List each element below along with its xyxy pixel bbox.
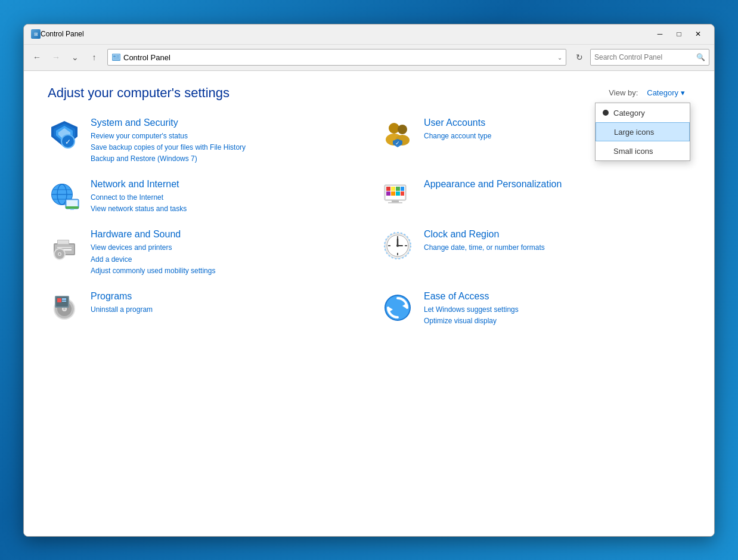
system-security-title[interactable]: System and Security	[91, 117, 246, 128]
view-by-label: View by:	[609, 88, 638, 97]
user-accounts-title[interactable]: User Accounts	[424, 117, 491, 128]
user-accounts-link-1[interactable]: Change account type	[424, 131, 491, 142]
system-security-content: System and Security Review your computer…	[91, 117, 246, 165]
search-bar[interactable]: 🔍	[590, 49, 709, 66]
search-input[interactable]	[594, 53, 694, 61]
system-security-link-1[interactable]: Review your computer's status	[91, 131, 246, 142]
ease-of-access-content: Ease of Access Let Windows suggest setti…	[424, 291, 519, 327]
radio-empty-icon	[603, 148, 609, 154]
view-dropdown-menu: Category Large icons Small icons	[595, 103, 690, 161]
network-link-1[interactable]: Connect to the Internet	[91, 192, 187, 203]
category-clock: Clock and Region Change date, time, or n…	[381, 229, 690, 277]
svg-rect-33	[396, 187, 400, 191]
clock-icon	[381, 229, 414, 262]
svg-rect-40	[388, 202, 402, 203]
navigation-bar: ← → ⌄ ↑ Control Panel ⌄ ↻ 🔍	[24, 45, 714, 71]
svg-rect-37	[396, 191, 400, 196]
view-option-label: Small icons	[613, 147, 653, 156]
view-option-label: Large icons	[614, 128, 654, 137]
main-content: Adjust your computer's settings View by:…	[24, 71, 714, 536]
svg-rect-39	[392, 200, 399, 202]
address-bar-icon	[111, 52, 121, 62]
svg-point-66	[63, 308, 66, 310]
svg-rect-36	[391, 191, 395, 196]
search-icon: 🔍	[696, 53, 705, 61]
refresh-button[interactable]: ↻	[571, 49, 588, 66]
window: ⊞ Control Panel ─ □ ✕ ← → ⌄ ↑ Co	[23, 24, 715, 537]
svg-point-15	[398, 125, 407, 134]
clock-content: Clock and Region Change date, time, or n…	[424, 229, 545, 253]
svg-rect-3	[116, 55, 119, 56]
programs-content: Programs Uninstall a program	[91, 291, 153, 315]
up-button[interactable]: ↑	[86, 49, 103, 66]
categories-grid: ✓ System and Security Review your comput…	[48, 117, 690, 327]
back-button[interactable]: ←	[29, 49, 45, 66]
page-title: Adjust your computer's settings	[48, 85, 230, 101]
view-by-value: Category	[647, 88, 678, 97]
category-network: Network and Internet Connect to the Inte…	[48, 179, 357, 215]
svg-rect-70	[57, 298, 61, 302]
window-title: Control Panel	[41, 30, 651, 38]
svg-rect-35	[386, 191, 390, 196]
ease-of-access-link-1[interactable]: Let Windows suggest settings	[424, 304, 519, 315]
category-system-security: ✓ System and Security Review your comput…	[48, 117, 357, 165]
minimize-button[interactable]: ─	[651, 27, 669, 41]
category-appearance: Appearance and Personalization	[381, 179, 690, 215]
programs-title[interactable]: Programs	[91, 291, 153, 302]
address-chevron-icon[interactable]: ⌄	[557, 54, 562, 61]
network-title[interactable]: Network and Internet	[91, 179, 187, 190]
svg-rect-26	[67, 200, 77, 207]
svg-rect-34	[401, 187, 404, 191]
ease-of-access-title[interactable]: Ease of Access	[424, 291, 519, 302]
svg-rect-5	[113, 58, 119, 58]
hardware-content: Hardware and Sound View devices and prin…	[91, 229, 215, 277]
view-option-small-icons[interactable]: Small icons	[596, 141, 690, 160]
hardware-icon	[48, 229, 81, 262]
radio-empty-icon	[603, 129, 609, 135]
view-option-large-icons[interactable]: Large icons	[596, 122, 690, 141]
network-icon	[48, 179, 81, 212]
svg-rect-28	[66, 206, 79, 209]
close-button[interactable]: ✕	[689, 27, 707, 41]
user-accounts-content: User Accounts Change account type	[424, 117, 491, 142]
hardware-link-1[interactable]: View devices and printers	[91, 242, 215, 253]
appearance-title[interactable]: Appearance and Personalization	[424, 179, 562, 190]
svg-rect-31	[386, 187, 390, 191]
address-text: Control Panel	[123, 53, 555, 62]
page-header: Adjust your computer's settings View by:…	[48, 85, 690, 101]
svg-rect-38	[401, 191, 404, 196]
svg-rect-71	[62, 298, 66, 300]
user-accounts-icon: ✓	[381, 117, 414, 151]
programs-link-1[interactable]: Uninstall a program	[91, 304, 153, 315]
hardware-title[interactable]: Hardware and Sound	[91, 229, 215, 240]
maximize-button[interactable]: □	[670, 27, 688, 41]
radio-selected-icon	[603, 110, 609, 116]
ease-of-access-link-2[interactable]: Optimize visual display	[424, 315, 519, 327]
system-security-icon: ✓	[48, 117, 81, 151]
network-link-2[interactable]: View network status and tasks	[91, 203, 187, 215]
network-content: Network and Internet Connect to the Inte…	[91, 179, 187, 215]
clock-title[interactable]: Clock and Region	[424, 229, 545, 240]
view-by-dropdown[interactable]: Category ▾	[641, 86, 690, 100]
svg-text:✓: ✓	[395, 140, 400, 146]
view-option-category[interactable]: Category	[596, 103, 690, 122]
svg-point-60	[396, 245, 399, 247]
hardware-link-3[interactable]: Adjust commonly used mobility settings	[91, 265, 215, 277]
svg-text:✓: ✓	[65, 138, 71, 146]
clock-link-1[interactable]: Change date, time, or number formats	[424, 242, 545, 253]
ease-of-access-icon	[381, 291, 414, 324]
system-security-link-3[interactable]: Backup and Restore (Windows 7)	[91, 153, 246, 165]
forward-button[interactable]: →	[48, 49, 64, 66]
title-bar: ⊞ Control Panel ─ □ ✕	[24, 24, 714, 45]
address-bar[interactable]: Control Panel ⌄	[107, 49, 566, 66]
svg-rect-72	[62, 301, 66, 302]
view-option-label: Category	[613, 109, 645, 117]
appearance-icon	[381, 179, 414, 212]
category-ease-of-access: Ease of Access Let Windows suggest setti…	[381, 291, 690, 327]
svg-rect-50	[58, 240, 69, 244]
hardware-link-2[interactable]: Add a device	[91, 254, 215, 265]
dropdown-button[interactable]: ⌄	[67, 49, 83, 66]
system-security-link-2[interactable]: Save backup copies of your files with Fi…	[91, 142, 246, 153]
programs-icon	[48, 291, 81, 324]
appearance-content: Appearance and Personalization	[424, 179, 562, 192]
